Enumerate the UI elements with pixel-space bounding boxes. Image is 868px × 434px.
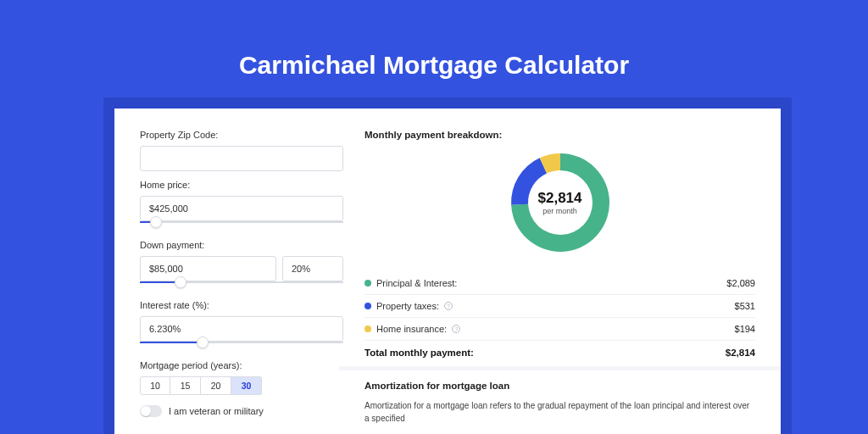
legend-label: Principal & Interest: [376, 278, 457, 288]
period-option-20[interactable]: 20 [201, 376, 231, 395]
amortization-heading: Amortization for mortgage loan [364, 381, 755, 391]
donut-amount: $2,814 [538, 190, 582, 207]
interest-rate-field: Interest rate (%): [140, 300, 343, 352]
calculator-panel: Property Zip Code: Home price: Down paym… [114, 108, 781, 434]
legend-value: $194 [735, 324, 755, 334]
interest-rate-label: Interest rate (%): [140, 300, 343, 310]
down-payment-label: Down payment: [140, 240, 343, 250]
mortgage-period-field: Mortgage period (years): 10152030 [140, 360, 343, 395]
period-option-10[interactable]: 10 [140, 376, 170, 395]
legend-row: Home insurance:?$194 [364, 318, 755, 341]
legend-label: Home insurance: [376, 324, 447, 334]
zip-field: Property Zip Code: [140, 130, 343, 171]
down-payment-field: Down payment: [140, 240, 343, 292]
legend-dot-icon [364, 326, 371, 332]
legend-value: $2,089 [726, 278, 755, 288]
legend-value: $531 [735, 301, 755, 311]
breakdown-column: Monthly payment breakdown: $2,814 per mo… [364, 130, 755, 434]
info-icon[interactable]: ? [444, 302, 453, 310]
veteran-row: I am veteran or military [140, 405, 343, 417]
mortgage-period-options: 10152030 [140, 376, 343, 395]
veteran-label: I am veteran or military [169, 406, 264, 416]
interest-rate-input[interactable] [140, 316, 343, 342]
page-title: Carmichael Mortgage Calculator [0, 0, 868, 103]
amortization-text: Amortization for a mortgage loan refers … [364, 399, 755, 425]
legend: Principal & Interest:$2,089Property taxe… [364, 272, 755, 341]
donut-chart: $2,814 per month [364, 152, 755, 253]
zip-label: Property Zip Code: [140, 130, 343, 140]
home-price-slider[interactable] [140, 220, 343, 231]
interest-rate-slider[interactable] [140, 340, 343, 352]
legend-label: Property taxes: [376, 301, 439, 311]
home-price-field: Home price: [140, 180, 343, 231]
down-payment-percent-input[interactable] [282, 256, 343, 281]
legend-row: Property taxes:?$531 [364, 295, 755, 318]
home-price-input[interactable] [140, 196, 343, 221]
period-option-30[interactable]: 30 [231, 376, 262, 395]
total-row: Total monthly payment: $2,814 [364, 341, 755, 366]
total-value: $2,814 [726, 348, 755, 358]
donut-sub: per month [538, 207, 582, 215]
mortgage-period-label: Mortgage period (years): [140, 360, 343, 370]
donut-center: $2,814 per month [538, 190, 582, 215]
legend-dot-icon [364, 303, 371, 309]
legend-row: Principal & Interest:$2,089 [364, 272, 755, 295]
divider [339, 366, 781, 370]
down-payment-slider[interactable] [140, 280, 343, 292]
down-payment-input[interactable] [140, 256, 276, 281]
veteran-toggle[interactable] [140, 405, 162, 417]
total-label: Total monthly payment: [364, 348, 474, 358]
period-option-15[interactable]: 15 [170, 376, 201, 395]
inputs-column: Property Zip Code: Home price: Down paym… [140, 130, 343, 434]
breakdown-heading: Monthly payment breakdown: [364, 130, 755, 140]
home-price-label: Home price: [140, 180, 343, 190]
zip-input[interactable] [140, 146, 343, 171]
legend-dot-icon [364, 280, 371, 287]
info-icon[interactable]: ? [452, 325, 460, 333]
